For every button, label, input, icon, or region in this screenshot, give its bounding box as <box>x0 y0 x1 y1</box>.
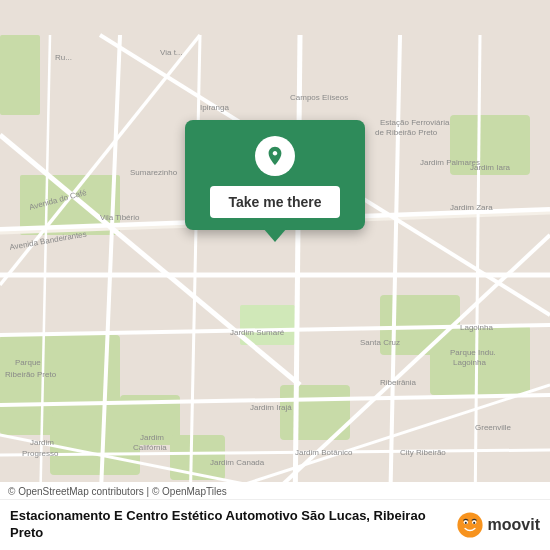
map-container: Avenida do Café Avenida Bandeirantes Ipi… <box>0 0 550 550</box>
svg-text:Ribeirão Preto: Ribeirão Preto <box>5 370 57 379</box>
moovit-face-icon <box>456 511 484 539</box>
svg-text:Jardim: Jardim <box>30 438 54 447</box>
svg-point-65 <box>464 522 466 524</box>
svg-text:Sumarezinho: Sumarezinho <box>130 168 178 177</box>
svg-text:Greenville: Greenville <box>475 423 512 432</box>
svg-text:Parque: Parque <box>15 358 41 367</box>
svg-text:Ipiranga: Ipiranga <box>200 103 229 112</box>
svg-text:de Ribeirão Preto: de Ribeirão Preto <box>375 128 438 137</box>
popup-card: Take me there <box>185 120 365 230</box>
svg-point-66 <box>473 522 475 524</box>
svg-text:Jardim Canada: Jardim Canada <box>210 458 265 467</box>
svg-text:Vila Tibério: Vila Tibério <box>100 213 140 222</box>
svg-text:Campos Elíseos: Campos Elíseos <box>290 93 348 102</box>
map-attribution: © OpenStreetMap contributors | © OpenMap… <box>0 482 550 500</box>
svg-text:Jardim: Jardim <box>140 433 164 442</box>
svg-text:Califórnia: Califórnia <box>133 443 167 452</box>
moovit-brand-text: moovit <box>488 516 540 534</box>
svg-text:Parque Indu.: Parque Indu. <box>450 348 496 357</box>
svg-text:Jardim Iara: Jardim Iara <box>470 163 511 172</box>
svg-text:Santa Cruz: Santa Cruz <box>360 338 400 347</box>
svg-text:Ru...: Ru... <box>55 53 72 62</box>
place-name: Estacionamento E Centro Estético Automot… <box>10 508 446 542</box>
svg-text:Ribeirânia: Ribeirânia <box>380 378 417 387</box>
place-details: Estacionamento E Centro Estético Automot… <box>10 508 446 542</box>
bottom-bar: © OpenStreetMap contributors | © OpenMap… <box>0 482 550 550</box>
svg-text:Via t...: Via t... <box>160 48 183 57</box>
map-background[interactable]: Avenida do Café Avenida Bandeirantes Ipi… <box>0 0 550 550</box>
svg-text:Jardim Botânico: Jardim Botânico <box>295 448 353 457</box>
moovit-logo: moovit <box>456 511 540 539</box>
svg-text:Jardim Irajá: Jardim Irajá <box>250 403 292 412</box>
svg-text:Estação Ferroviária: Estação Ferroviária <box>380 118 450 127</box>
svg-point-62 <box>457 513 482 538</box>
take-me-there-button[interactable]: Take me there <box>210 186 339 218</box>
svg-text:Progresso: Progresso <box>22 449 59 458</box>
place-info: Estacionamento E Centro Estético Automot… <box>0 500 550 550</box>
svg-rect-10 <box>0 35 40 115</box>
svg-text:City Ribeirão: City Ribeirão <box>400 448 446 457</box>
svg-text:Lagoinha: Lagoinha <box>453 358 486 367</box>
location-pin-icon <box>255 136 295 176</box>
svg-text:Jardim Sumaré: Jardim Sumaré <box>230 328 285 337</box>
svg-text:Lagoinha: Lagoinha <box>460 323 493 332</box>
svg-text:Jardim Zara: Jardim Zara <box>450 203 493 212</box>
map-svg: Avenida do Café Avenida Bandeirantes Ipi… <box>0 0 550 550</box>
